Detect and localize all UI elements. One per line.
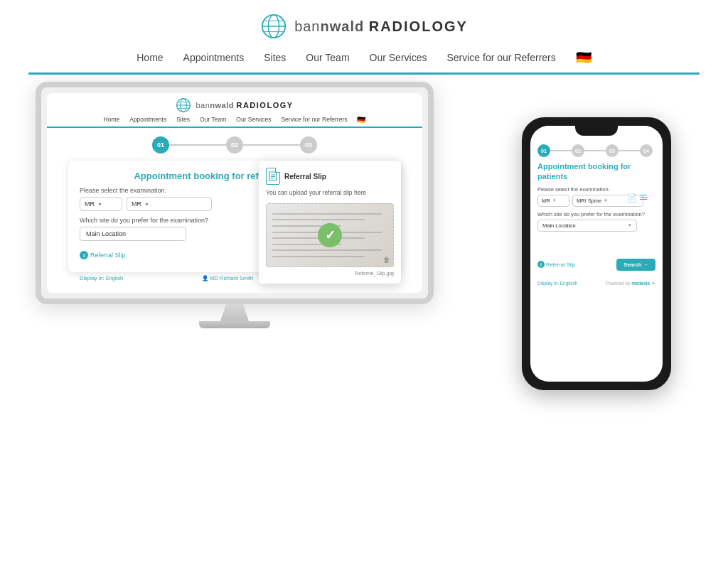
phone-step-2: 02 [572,144,584,157]
phone-bottom-bar: Display in: Englisch Powered by medavis … [530,278,663,288]
tooltip-description: You can upload your referral slip here [266,189,394,198]
phone-doc-icon[interactable]: 📄 [627,193,637,203]
monitor-nav: Home Appointments Sites Our Team Our Ser… [104,116,366,124]
page-header: bannwald RADIOLOGY Home Appointments Sit… [0,0,728,75]
phone-step-1: 01 [537,144,550,157]
phone-exam-row: MR ▼ MRI Spine ▼ [537,195,655,207]
monitor-screen: bannwald RADIOLOGY Home Appointments Sit… [47,93,422,293]
monitor-nav-flag[interactable]: 🇩🇪 [357,116,365,124]
monitor-nav-appointments[interactable]: Appointments [129,116,166,124]
monitor-header-bar: bannwald RADIOLOGY Home Appointments Sit… [47,93,422,128]
monitor-nav-home[interactable]: Home [104,116,120,124]
phone-display-language[interactable]: Display in: Englisch [537,281,577,286]
tooltip-doc-icon [266,168,280,185]
monitor-booking-card: Appointment booking for referring physic… [68,161,401,272]
phone-booking-title: Appointment booking for patients [537,161,655,182]
nav-home[interactable]: Home [136,52,163,63]
monitor-stand [36,304,434,328]
monitor-site-input[interactable]: Main Location [80,227,186,241]
phone-booking-footer: i Referral Slip Search → [537,253,655,271]
phone-site-row: Main Location ▼ [537,220,655,232]
phone-step-line-1 [550,150,572,151]
phone-frame: 01 02 03 04 Appointment booking for pati… [522,117,671,390]
tooltip-image-area[interactable]: ✓ 🗑 [266,203,394,267]
nav-our-team[interactable]: Our Team [306,52,349,63]
phone-step-3: 03 [606,144,619,157]
monitor-logo-text: bannwald RADIOLOGY [196,101,293,109]
monitor-nav-our-team[interactable]: Our Team [200,116,226,124]
monitor-steps-bar: 01 02 03 [68,136,401,154]
tooltip-title: Referral Slip [284,173,326,181]
monitor-step-3: 03 [300,136,317,154]
tooltip-upload-overlay: ✓ [267,204,393,266]
phone-menu-icon-button[interactable] [640,195,647,200]
phone-screen: 01 02 03 04 Appointment booking for pati… [530,126,663,382]
monitor-device: bannwald RADIOLOGY Home Appointments Sit… [36,82,434,328]
monitor-step-line-1 [169,144,226,146]
monitor-step-1: 01 [152,136,169,154]
upload-check-icon: ✓ [318,223,342,247]
phone-form-label-1: Please select the examination. [537,186,655,193]
logo-globe-icon [260,13,287,40]
monitor-logo-area: bannwald RADIOLOGY [176,97,293,113]
stand-base [199,321,270,328]
phone-search-button[interactable]: Search → [616,259,655,271]
referral-tooltip: Referral Slip You can upload your referr… [259,161,401,284]
phone-form-label-2: Which site do you prefer for the examina… [537,211,655,217]
nav-our-services[interactable]: Our Services [370,52,427,63]
delete-icon[interactable]: 🗑 [383,256,390,264]
main-scene: bannwald RADIOLOGY Home Appointments Sit… [0,75,728,587]
phone-step-4: 04 [640,144,653,157]
language-flag-icon[interactable]: 🇩🇪 [576,50,592,65]
phone-step-line-2 [584,150,606,151]
tooltip-header: Referral Slip [266,168,394,185]
monitor-logo-globe-icon [176,97,191,113]
tooltip-filename: Referral_Slip.jpg [266,270,394,276]
info-icon: i [80,251,88,259]
monitor-display-language[interactable]: Display in: English [80,275,123,281]
phone-step-line-3 [619,150,640,151]
phone-notch [575,126,618,136]
logo-area: bannwald RADIOLOGY [260,13,468,40]
phone-info-icon: i [537,261,545,268]
phone-content: 01 02 03 04 Appointment booking for pati… [530,140,663,278]
monitor-step-2: 02 [226,136,243,154]
phone-powered-by: Powered by medavis ✦ [606,281,655,286]
phone-exam-type-select[interactable]: MR ▼ [537,195,569,207]
monitor-content: 01 02 03 Appointment booking for referri… [47,128,422,293]
phone-referral-slip-link[interactable]: i Referral Slip [537,261,575,268]
monitor-frame: bannwald RADIOLOGY Home Appointments Sit… [36,82,434,304]
monitor-nav-our-services[interactable]: Our Services [236,116,271,124]
phone-site-input[interactable]: Main Location ▼ [537,220,637,232]
logo-text: bannwald RADIOLOGY [294,18,468,35]
stand-neck [220,304,249,321]
monitor-nav-sites[interactable]: Sites [176,116,190,124]
monitor-referral-slip-link[interactable]: i Referral Slip [80,251,126,259]
monitor-step-line-2 [243,144,300,146]
phone-device: 01 02 03 04 Appointment booking for pati… [522,117,671,390]
monitor-exam-detail-select[interactable]: MR ▼ [127,197,212,211]
nav-referrers[interactable]: Service for our Referrers [446,52,555,63]
monitor-exam-type-select[interactable]: MR ▼ [80,197,122,211]
phone-steps-bar: 01 02 03 04 [537,144,655,157]
monitor-user-link[interactable]: 👤 MD Richard Smith [202,275,253,281]
nav-sites[interactable]: Sites [264,52,286,63]
monitor-nav-referrers[interactable]: Service for our Referrers [281,116,347,124]
nav-appointments[interactable]: Appointments [183,52,245,63]
main-nav: Home Appointments Sites Our Team Our Ser… [136,50,592,65]
